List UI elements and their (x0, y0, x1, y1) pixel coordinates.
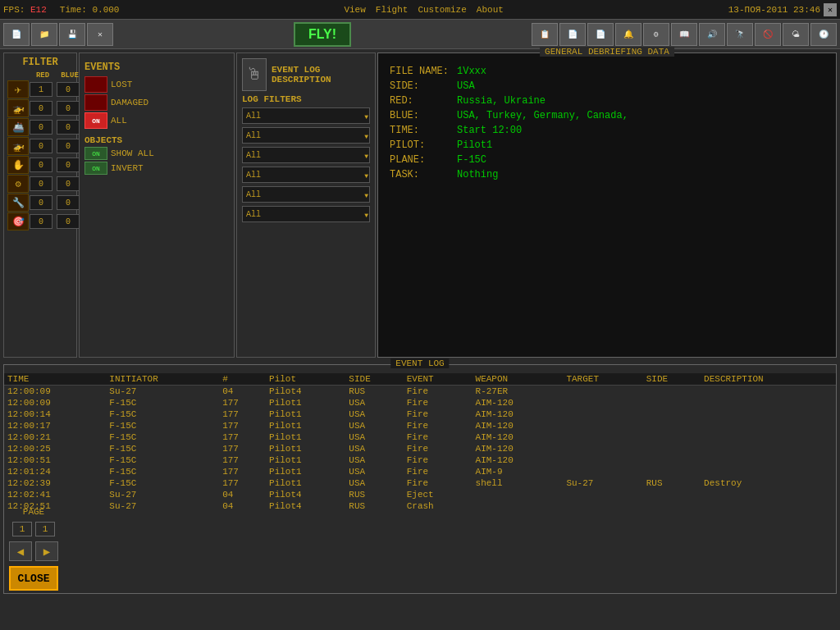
filter-icon-ship: 🚢 (7, 118, 29, 136)
tool-btn-6[interactable]: 📖 (671, 23, 697, 46)
event-lost-row: LOST (84, 76, 229, 93)
cell-num: 177 (219, 431, 266, 443)
menu-customize[interactable]: Customize (418, 5, 466, 15)
events-panel: EVENTS LOST DAMAGED ON ALL OBJECTS ON SH… (79, 52, 235, 358)
show-all-btn[interactable]: ON (84, 147, 107, 160)
cell-num: 177 (219, 397, 266, 409)
filter-blue-plane[interactable] (57, 82, 80, 97)
event-table-row[interactable]: 12:00:09F-15C177Pilot1USAFireAIM-120 (4, 397, 836, 409)
tool-btn-8[interactable]: 🔭 (727, 23, 753, 46)
cell-initiator: F-15C (106, 477, 219, 489)
filter-blue-4[interactable] (57, 139, 80, 153)
lost-label: LOST (111, 80, 132, 89)
cell-initiator: Su-27 (106, 489, 219, 500)
tool-btn-5[interactable]: ⚙ (643, 23, 669, 46)
debrief-row-filename: FILE NAME: 1Vxxx (386, 65, 828, 78)
event-table-row[interactable]: 12:00:25F-15C177Pilot1USAFireAIM-120 (4, 443, 836, 454)
menu-flight[interactable]: Flight (376, 5, 409, 15)
filter-blue-heli[interactable] (57, 101, 80, 116)
event-log-section-title: EVENT LOG (390, 358, 449, 368)
invert-btn[interactable]: ON (84, 162, 107, 175)
cell-event: Crash (404, 500, 472, 512)
tool-btn-4[interactable]: 🔔 (615, 23, 641, 46)
filter-red-ship[interactable] (30, 120, 52, 135)
filter-blue-6[interactable] (57, 176, 80, 191)
menu-view[interactable]: View (344, 5, 365, 15)
log-filter-2[interactable]: All (242, 127, 370, 144)
cell-weapon (472, 500, 564, 512)
log-filter-6[interactable]: All (242, 206, 370, 222)
cell-num: 177 (219, 477, 266, 489)
tool-btn-1[interactable]: 📋 (532, 23, 558, 46)
cell-desc (701, 431, 836, 443)
new-button[interactable]: 📄 (3, 23, 30, 46)
event-table-row[interactable]: 12:02:39F-15C177Pilot1USAFireshellSu-27R… (4, 477, 836, 489)
save-button[interactable]: 💾 (59, 23, 85, 46)
event-table-row[interactable]: 12:00:51F-15C177Pilot1USAFireAIM-120 (4, 454, 836, 466)
filter-panel: FILTER RED BLUE ✈ 🚁 🚢 🚁 ✋ (3, 52, 77, 358)
filter-red-8[interactable] (30, 214, 52, 229)
log-filter-1[interactable]: All (242, 107, 370, 124)
event-table-row[interactable]: 12:00:17F-15C177Pilot1USAFireAIM-120 (4, 420, 836, 431)
close-file-button[interactable]: ✕ (87, 23, 113, 46)
tool-btn-7[interactable]: 🔊 (699, 23, 725, 46)
log-filters-title: LOG FILTERS (242, 94, 370, 104)
cell-side: USA (345, 420, 403, 431)
open-button[interactable]: 📁 (31, 23, 57, 46)
cell-tside (643, 500, 701, 512)
log-filter-4[interactable]: All (242, 167, 370, 183)
cell-side: USA (345, 409, 403, 420)
cell-tside (643, 443, 701, 454)
log-filter-5[interactable]: All (242, 186, 370, 203)
debrief-key-red: RED: (386, 94, 452, 107)
event-table-container[interactable]: TIME INITIATOR # Pilot SIDE EVENT WEAPON… (4, 373, 836, 601)
menu-about[interactable]: About (477, 5, 504, 15)
fly-button[interactable]: FLY! (294, 22, 351, 47)
log-filter-3[interactable]: All (242, 147, 370, 163)
tool-btn-2[interactable]: 📄 (559, 23, 586, 46)
cell-pilot: Pilot4 (266, 489, 345, 500)
filter-blue-5[interactable] (57, 158, 80, 172)
filter-red-heli[interactable] (30, 101, 52, 116)
cell-pilot: Pilot1 (266, 443, 345, 454)
col-side: SIDE (345, 373, 403, 386)
cell-time: 12:02:51 (4, 500, 106, 512)
window-close-button[interactable]: ✕ (824, 3, 837, 16)
filter-red-5[interactable] (30, 158, 52, 172)
objects-title: OBJECTS (84, 135, 229, 145)
event-table-row[interactable]: 12:00:21F-15C177Pilot1USAFireAIM-120 (4, 431, 836, 443)
filter-icon-5: ✋ (7, 156, 29, 174)
cell-num: 177 (219, 443, 266, 454)
filter-red-plane[interactable] (30, 82, 52, 97)
debrief-val-filename: 1Vxxx (454, 65, 828, 78)
all-label: ALL (111, 116, 127, 126)
all-indicator: ON (84, 112, 107, 129)
event-table-row[interactable]: 12:00:09Su-2704Pilot4RUSFireR-27ER (4, 386, 836, 398)
log-filter-2-wrapper: All ▼ (242, 127, 370, 145)
filter-red-6[interactable] (30, 176, 52, 191)
tool-btn-10[interactable]: 🌤 (783, 23, 809, 46)
cell-initiator: F-15C (106, 397, 219, 409)
filter-red-4[interactable] (30, 139, 52, 153)
debrief-row-red: RED: Russia, Ukraine (386, 94, 828, 107)
tool-btn-11[interactable]: 🕐 (810, 23, 837, 46)
filter-icon-6: ⚙ (7, 175, 29, 193)
event-table: TIME INITIATOR # Pilot SIDE EVENT WEAPON… (4, 373, 836, 512)
filter-icon-heli: 🚁 (7, 99, 29, 117)
filter-blue-ship[interactable] (57, 120, 80, 135)
event-table-row[interactable]: 12:01:24F-15C177Pilot1USAFireAIM-9 (4, 466, 836, 477)
cell-tside (643, 466, 701, 477)
tool-btn-9[interactable]: 🚫 (755, 23, 781, 46)
filter-blue-8[interactable] (57, 214, 80, 229)
event-table-row[interactable]: 12:00:14F-15C177Pilot1USAFireAIM-120 (4, 409, 836, 420)
filter-icon-7: 🔧 (7, 194, 29, 212)
cell-initiator: Su-27 (106, 500, 219, 512)
event-table-row[interactable]: 12:02:51Su-2704Pilot4RUSCrash (4, 500, 836, 512)
cell-weapon: AIM-120 (472, 420, 564, 431)
cell-num: 177 (219, 420, 266, 431)
cell-time: 12:00:51 (4, 454, 106, 466)
filter-blue-7[interactable] (57, 195, 80, 210)
tool-btn-3[interactable]: 📄 (587, 23, 614, 46)
filter-red-7[interactable] (30, 195, 52, 210)
event-table-row[interactable]: 12:02:41Su-2704Pilot4RUSEject (4, 489, 836, 500)
